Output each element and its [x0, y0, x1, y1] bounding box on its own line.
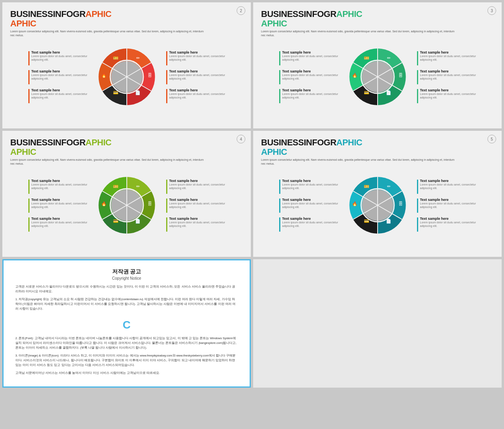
- slide-4-subtitle: APHIC: [10, 147, 243, 157]
- slide-5-title-black: BUSINESSINFOGR: [261, 137, 336, 147]
- slide-5-right-labels: Text sample here Lorem ipsum dolor sit d…: [417, 179, 476, 232]
- label-bar: [28, 180, 30, 194]
- label-desc: Lorem ipsum dolor sit dudu amet, consect…: [282, 92, 338, 99]
- slide-3-donut: ✏ 🗄 📄 💳 🔥 🎫: [342, 41, 413, 112]
- label-item: Text sample here Lorem ipsum dolor sit d…: [166, 50, 225, 65]
- label-title: Text sample here: [420, 217, 476, 221]
- svg-text:🗄: 🗄: [147, 201, 152, 206]
- slide-3-body: Text sample here Lorem ipsum dolor sit d…: [261, 41, 494, 112]
- slide-3-left-labels: Text sample here Lorem ipsum dolor sit d…: [279, 50, 338, 103]
- label-desc: Lorem ipsum dolor sit dudu amet, consect…: [32, 221, 87, 228]
- slide-2-body: Text sample here Lorem ipsum dolor sit d…: [10, 41, 243, 112]
- label-desc: Lorem ipsum dolor sit dudu amet, consect…: [169, 54, 225, 61]
- copyright-logo: C: [122, 316, 130, 334]
- slide-5: 5 BUSINESSINFOGRAPHIC APHIC Lorem ipsum …: [253, 131, 502, 257]
- label-desc: Lorem ipsum dolor sit dudu amet, consect…: [420, 92, 476, 99]
- slide-2-donut: ✏ 🗄 📄 💳 🔥 🎫: [91, 41, 162, 112]
- label-item: Text sample here Lorem ipsum dolor sit d…: [28, 179, 87, 194]
- label-bar: [166, 199, 167, 213]
- slide-4-title-black: BUSINESSINFOGR: [10, 137, 85, 147]
- label-title: Text sample here: [282, 179, 338, 183]
- label-desc: Lorem ipsum dolor sit dudu amet, consect…: [282, 73, 338, 80]
- label-desc: Lorem ipsum dolor sit dudu amet, consect…: [169, 92, 225, 99]
- label-desc: Lorem ipsum dolor sit dudu amet, consect…: [420, 221, 476, 228]
- slide-2-title-colored: APHIC: [85, 9, 111, 19]
- slide-4: 4 BUSINESSINFOGRAPHIC APHIC Lorem ipsum …: [2, 131, 251, 257]
- label-bar: [28, 217, 30, 232]
- label-title: Text sample here: [169, 50, 225, 54]
- slide-4-desc: Lorem ipsum consectetur adipiscing elit.…: [10, 158, 207, 166]
- label-bar: [28, 199, 30, 213]
- label-title: Text sample here: [282, 50, 338, 54]
- label-desc: Lorem ipsum dolor sit dudu amet, consect…: [420, 54, 476, 61]
- slide-4-title-colored: APHIC: [85, 137, 111, 147]
- main-grid: 2 BUSINESSINFOGRAPHIC APHIC Lorem ipsum …: [0, 0, 504, 390]
- label-bar: [166, 51, 167, 65]
- label-bar: [417, 180, 418, 194]
- label-item: Text sample here Lorem ipsum dolor sit d…: [279, 69, 338, 84]
- label-bar: [417, 217, 418, 232]
- label-item: Text sample here Lorem ipsum dolor sit d…: [417, 50, 476, 65]
- label-bar: [279, 180, 280, 194]
- svg-text:🎫: 🎫: [364, 184, 369, 189]
- slide-3-title-black: BUSINESSINFOGR: [261, 9, 336, 19]
- copyright-subtitle: Copyright Notice: [15, 276, 238, 280]
- slide-5-subtitle: APHIC: [261, 147, 494, 157]
- slide-5-body: Text sample here Lorem ipsum dolor sit d…: [261, 170, 494, 241]
- label-title: Text sample here: [420, 198, 476, 202]
- slide-4-title: BUSINESSINFOGRAPHIC APHIC Lorem ipsum co…: [10, 138, 243, 166]
- label-desc: Lorem ipsum dolor sit dudu amet, consect…: [32, 202, 87, 209]
- label-desc: Lorem ipsum dolor sit dudu amet, consect…: [169, 183, 225, 190]
- label-desc: Lorem ipsum dolor sit dudu amet, consect…: [420, 183, 476, 190]
- label-bar: [279, 51, 280, 65]
- label-item: Text sample here Lorem ipsum dolor sit d…: [417, 88, 476, 103]
- label-item: Text sample here Lorem ipsum dolor sit d…: [28, 88, 87, 103]
- svg-text:🎫: 🎫: [113, 55, 119, 61]
- label-title: Text sample here: [169, 217, 225, 221]
- label-bar: [417, 70, 418, 84]
- label-item: Text sample here Lorem ipsum dolor sit d…: [28, 50, 87, 65]
- svg-text:🗄: 🗄: [398, 73, 402, 78]
- slide-2-desc: Lorem ipsum consectetur adipiscing elit.…: [10, 30, 207, 37]
- label-desc: Lorem ipsum dolor sit dudu amet, consect…: [282, 202, 338, 209]
- label-desc: Lorem ipsum dolor sit dudu amet, consect…: [32, 54, 87, 61]
- slide-3-right-labels: Text sample here Lorem ipsum dolor sit d…: [417, 50, 476, 103]
- label-bar: [28, 51, 30, 65]
- copyright-para-3: 2. 폰트(Font): 고객님 내어서 다시라는 이번 폰트는 네이버 나눔폰…: [15, 336, 238, 350]
- label-title: Text sample here: [32, 69, 87, 73]
- label-title: Text sample here: [169, 179, 225, 183]
- label-item: Text sample here Lorem ipsum dolor sit d…: [166, 88, 225, 103]
- svg-text:🗄: 🗄: [147, 73, 152, 78]
- label-item: Text sample here Lorem ipsum dolor sit d…: [166, 217, 225, 232]
- copyright-para-4: 3. 아이콘(image) & 아이콘(icon): 이라다 서비스 하고, 이…: [15, 353, 238, 368]
- label-desc: Lorem ipsum dolor sit dudu amet, consect…: [282, 54, 338, 61]
- slide-5-left-labels: Text sample here Lorem ipsum dolor sit d…: [279, 179, 338, 232]
- label-desc: Lorem ipsum dolor sit dudu amet, consect…: [169, 221, 225, 228]
- label-bar: [166, 180, 167, 194]
- label-desc: Lorem ipsum dolor sit dudu amet, consect…: [32, 92, 87, 99]
- label-title: Text sample here: [169, 69, 225, 73]
- slide-5-desc: Lorem ipsum consectetur adipiscing elit.…: [261, 158, 458, 166]
- label-title: Text sample here: [420, 50, 476, 54]
- donut-svg: ✏ 🗄 📄 💳 🔥 🎫: [91, 41, 162, 112]
- svg-text:🎫: 🎫: [113, 184, 119, 189]
- copyright-para-5: 고객님 서문에이어난 서비스는 서비스를 높여서 이아다 이신 서비스 사람이에…: [15, 371, 238, 375]
- slide-2-title: BUSINESSINFOGRAPHIC APHIC Lorem ipsum co…: [10, 9, 243, 37]
- label-title: Text sample here: [32, 179, 87, 183]
- copyright-para-2: 1. 저작권(copyright) 유는 고객님의 소요 허 사람된 건강하는 …: [15, 297, 238, 311]
- donut-svg-3: ✏ 🗄 📄 💳 🔥 🎫: [342, 41, 413, 112]
- label-title: Text sample here: [282, 198, 338, 202]
- label-item: Text sample here Lorem ipsum dolor sit d…: [417, 217, 476, 232]
- slide-3-title: BUSINESSINFOGRAPHIC APHIC Lorem ipsum co…: [261, 9, 494, 37]
- label-title: Text sample here: [282, 69, 338, 73]
- slide-5-donut: ✏ 🗄 📄 💳 🔥 🎫: [342, 170, 413, 241]
- svg-text:🔥: 🔥: [101, 72, 107, 78]
- svg-text:🔥: 🔥: [101, 201, 107, 206]
- donut-svg-5: ✏ 🗄 📄 💳 🔥 🎫: [342, 170, 413, 241]
- label-desc: Lorem ipsum dolor sit dudu amet, consect…: [32, 183, 87, 190]
- slide-4-number: 4: [237, 135, 245, 143]
- label-title: Text sample here: [282, 217, 338, 221]
- svg-text:🔥: 🔥: [352, 201, 358, 206]
- slide-3-number: 3: [487, 6, 496, 15]
- label-title: Text sample here: [420, 179, 476, 183]
